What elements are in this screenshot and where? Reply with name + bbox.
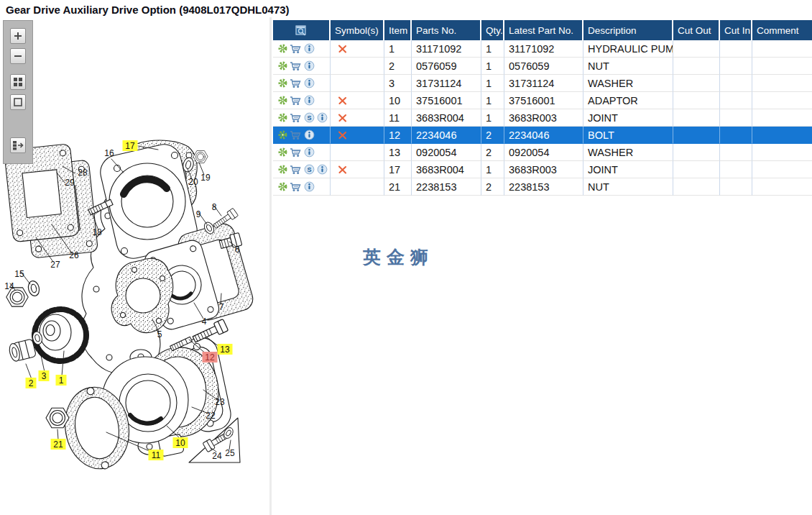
table-row[interactable]: S 13 0920054 2 0920054 WASHER <box>273 144 812 161</box>
diagram-label-29[interactable]: 29 <box>65 178 75 188</box>
cart-icon[interactable] <box>290 113 302 123</box>
part-nut-2 <box>8 339 37 363</box>
table-row[interactable]: S 2 0576059 1 0576059 NUT <box>273 58 812 75</box>
header-cell-cut-out[interactable]: Cut Out <box>673 20 720 40</box>
info-icon[interactable] <box>304 129 315 140</box>
gear-icon[interactable] <box>278 182 287 191</box>
cart-icon[interactable] <box>290 130 302 140</box>
diagram-label-18[interactable]: 18 <box>92 227 102 237</box>
diagram-label-28[interactable]: 28 <box>78 168 88 178</box>
symbol-cell <box>331 40 384 58</box>
gear-icon[interactable] <box>278 165 287 174</box>
cart-icon[interactable] <box>290 61 302 71</box>
info-icon[interactable] <box>304 78 315 88</box>
gear-icon[interactable] <box>278 78 287 88</box>
diagram-label-14[interactable]: 14 <box>4 281 14 291</box>
diagram-label-8[interactable]: 8 <box>212 202 217 212</box>
gear-icon[interactable] <box>278 113 287 122</box>
header-cell-item[interactable]: Item <box>384 20 412 40</box>
cell-parts-no: 31171092 <box>412 40 481 58</box>
zoom-in-button[interactable] <box>10 28 26 44</box>
diagram-label-19[interactable]: 19 <box>200 173 211 183</box>
header-cell-symbols[interactable]: Symbol(s) <box>331 20 384 40</box>
diagram-label-24[interactable]: 24 <box>212 451 222 461</box>
gear-icon[interactable] <box>278 44 287 53</box>
cart-icon[interactable] <box>290 96 302 106</box>
header-cell-parts-no[interactable]: Parts No. <box>412 20 481 40</box>
table-row[interactable]: S 12 2234046 2 2234046 BOLT <box>273 127 812 144</box>
info-icon[interactable] <box>317 112 328 123</box>
gear-icon[interactable] <box>278 147 287 157</box>
cell-comment <box>752 58 812 75</box>
cell-cut-in <box>720 127 752 144</box>
diagram-label-6[interactable]: 6 <box>235 245 240 255</box>
cell-description: ADAPTOR <box>583 92 673 109</box>
header-cell-qty[interactable]: Qty. <box>481 20 504 40</box>
svg-text:29: 29 <box>65 178 75 188</box>
cell-parts-no: 3683R004 <box>412 161 481 178</box>
cart-icon[interactable] <box>290 44 302 54</box>
gear-icon[interactable] <box>278 130 287 140</box>
zoom-out-button[interactable] <box>10 48 26 64</box>
grid-icon <box>13 77 23 87</box>
cell-latest-part-no: 3683R003 <box>504 109 583 127</box>
header-cell-actions[interactable] <box>273 20 331 40</box>
row-actions: S <box>273 127 331 144</box>
info-icon[interactable] <box>304 43 315 54</box>
diagram-label-13[interactable]: 13 <box>218 344 233 355</box>
table-row[interactable]: S 3 31731124 1 31731124 WASHER <box>273 75 812 92</box>
cart-icon[interactable] <box>290 182 302 192</box>
svg-text:8: 8 <box>212 202 217 212</box>
cart-icon[interactable] <box>290 147 302 158</box>
diagram-label-9[interactable]: 9 <box>196 209 201 219</box>
cell-comment <box>752 161 812 178</box>
diagram-label-3[interactable]: 3 <box>39 370 50 381</box>
cell-item: 2 <box>384 58 412 75</box>
diagram-label-15[interactable]: 15 <box>14 269 24 279</box>
gear-icon[interactable] <box>278 96 287 105</box>
gear-icon[interactable] <box>278 61 287 70</box>
diagram-label-21[interactable]: 21 <box>51 439 66 450</box>
header-cell-description[interactable]: Description <box>583 20 673 40</box>
diagram-label-25[interactable]: 25 <box>225 448 235 458</box>
table-row[interactable]: S 21 2238153 2 2238153 NUT <box>273 178 812 196</box>
header-cell-comment[interactable]: Comment <box>752 20 812 40</box>
fit-view-button[interactable] <box>10 94 26 110</box>
table-row[interactable]: S 17 3683R004 1 3683R003 JOINT <box>273 161 812 178</box>
diagram-label-16[interactable]: 16 <box>104 148 114 158</box>
diagram-label-1[interactable]: 1 <box>56 375 67 386</box>
diagram-label-2[interactable]: 2 <box>26 378 37 388</box>
s-icon[interactable]: S <box>304 164 315 175</box>
diagram-label-4[interactable]: 4 <box>202 316 207 327</box>
export-list-button[interactable] <box>10 137 26 153</box>
diagram-label-10[interactable]: 10 <box>173 437 188 448</box>
diagram-label-22[interactable]: 22 <box>206 411 216 421</box>
catalog-search-icon <box>295 25 308 36</box>
info-icon[interactable] <box>317 164 328 175</box>
cell-description: JOINT <box>583 161 673 178</box>
diagram-label-7[interactable]: 7 <box>219 302 224 312</box>
diagram-label-23[interactable]: 23 <box>215 397 225 407</box>
table-row[interactable]: S 11 3683R004 1 3683R003 JOINT <box>273 109 812 127</box>
cart-icon[interactable] <box>290 165 302 175</box>
diagram-label-12[interactable]: 12 <box>203 352 218 363</box>
info-icon[interactable] <box>304 147 315 158</box>
diagram-label-11[interactable]: 11 <box>149 450 164 460</box>
cart-icon[interactable] <box>290 78 302 88</box>
header-cell-latest-part-no[interactable]: Latest Part No. <box>504 20 583 40</box>
diagram-label-20[interactable]: 20 <box>188 177 198 187</box>
diagram-label-5[interactable]: 5 <box>157 329 162 339</box>
diagram-label-17[interactable]: 17 <box>123 140 138 151</box>
diagram-label-26[interactable]: 26 <box>69 250 79 260</box>
svg-text:22: 22 <box>206 411 216 421</box>
symbol-cell <box>331 144 384 161</box>
tile-view-button[interactable] <box>10 74 26 90</box>
table-row[interactable]: S 10 37516001 1 37516001 ADAPTOR <box>273 92 812 109</box>
info-icon[interactable] <box>304 181 315 192</box>
info-icon[interactable] <box>304 95 315 106</box>
header-cell-cut-in[interactable]: Cut In <box>720 20 752 40</box>
diagram-label-27[interactable]: 27 <box>50 260 60 270</box>
info-icon[interactable] <box>304 60 315 71</box>
table-row[interactable]: S 1 31171092 1 31171092 HYDRAULIC PUMP <box>273 40 812 58</box>
s-icon[interactable]: S <box>304 112 315 123</box>
